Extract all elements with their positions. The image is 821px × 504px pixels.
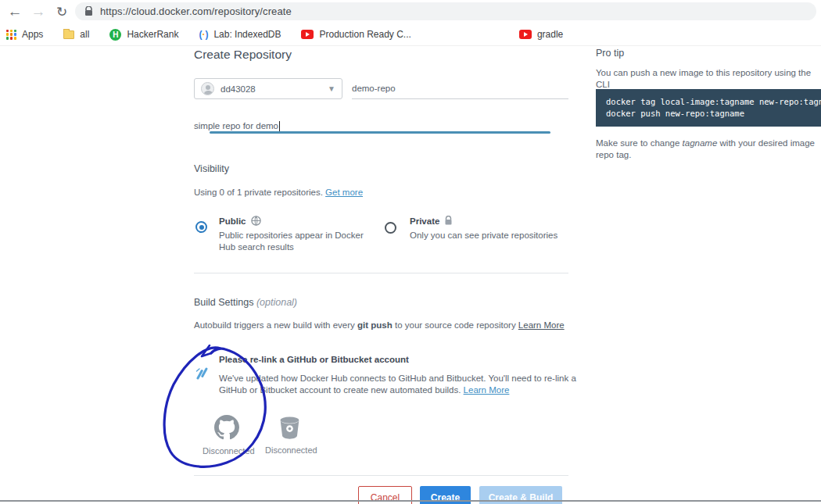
build-settings-label: Build Settings (194, 297, 253, 308)
private-description: Only you can see private repositories (410, 230, 582, 241)
bitbucket-status: Disconnected (265, 445, 314, 455)
bookmark-label: gradle (537, 29, 563, 40)
build-settings-heading: Build Settings (optional) (194, 297, 297, 308)
note-prefix: Make sure to change (596, 138, 683, 148)
note-tagname: tagname (683, 138, 718, 148)
github-icon (214, 415, 239, 440)
bitbucket-icon (279, 416, 300, 439)
description-value: simple repo for demo (194, 121, 278, 130)
cli-line-1: docker tag local-image:tagname new-repo:… (606, 97, 821, 106)
text-cursor (279, 121, 280, 131)
usage-text: Using 0 of 1 private repositories. (194, 188, 325, 197)
public-radio[interactable] (195, 221, 207, 233)
padlock-icon (84, 6, 93, 16)
page-title: Create Repository (194, 48, 292, 62)
autobuild-text: Autobuild triggers a new build with ever… (194, 320, 568, 331)
bookmark-apps[interactable]: Apps (6, 29, 43, 40)
github-provider[interactable]: Disconnected (203, 415, 251, 456)
bookmark-gradle[interactable]: gradle (519, 29, 563, 40)
forward-icon[interactable]: → (28, 2, 48, 22)
pro-tip-note: Make sure to change tagname with your de… (596, 138, 821, 161)
hackerrank-icon: H (109, 29, 121, 41)
bookmark-label: HackerRank (127, 29, 178, 40)
cli-line-2: docker push new-repo:tagname (606, 109, 744, 118)
section-divider (194, 475, 568, 476)
avatar (201, 82, 214, 95)
window-edge-line (0, 500, 821, 502)
namespace-dropdown[interactable]: dd43028 ▼ (194, 78, 342, 99)
bookmark-hackerrank[interactable]: H HackerRank (109, 29, 178, 41)
pro-tip-intro: You can push a new image to this reposit… (596, 67, 821, 91)
autobuild-prefix: Autobuild triggers a new build with ever… (194, 320, 357, 330)
browser-window: ← → ↻ https://cloud.docker.com/repositor… (0, 0, 821, 504)
git-push-text: git push (357, 320, 393, 330)
bookmarks-bar: Apps all H HackerRank (·) Lab: IndexedDB… (0, 23, 821, 46)
warning-body-text: We've updated how Docker Hub connects to… (219, 374, 576, 395)
url-text: https://cloud.docker.com/repository/crea… (100, 5, 292, 17)
browser-toolbar: ← → ↻ https://cloud.docker.com/repositor… (0, 0, 821, 23)
bitbucket-provider[interactable]: Disconnected (265, 416, 314, 455)
bookmark-label: Lab: IndexedDB (213, 29, 281, 40)
private-radio[interactable] (385, 222, 396, 234)
build-learn-more-link[interactable]: Learn More (518, 320, 565, 330)
private-label: Private (410, 216, 439, 226)
refresh-icon[interactable]: ↻ (52, 2, 72, 22)
chevron-down-icon: ▼ (328, 84, 335, 93)
autobuild-suffix: to your source code repository (393, 320, 518, 330)
apps-grid-icon (6, 30, 16, 40)
youtube-icon (519, 30, 532, 39)
lock-icon (444, 216, 453, 226)
back-icon[interactable]: ← (5, 2, 25, 22)
warning-title: Please re-link a GitHub or Bitbucket acc… (219, 355, 409, 364)
get-more-link[interactable]: Get more (325, 188, 363, 197)
bookmark-indexeddb[interactable]: (·) Lab: IndexedDB (199, 29, 281, 40)
optional-label: (optional) (256, 297, 297, 308)
section-divider (194, 273, 568, 273)
focus-underline (210, 131, 550, 134)
namespace-value: dd43028 (220, 84, 321, 94)
cli-code-block: docker tag local-image:tagname new-repo:… (596, 89, 821, 127)
visibility-heading: Visibility (194, 163, 229, 174)
private-usage-text: Using 0 of 1 private repositories. Get m… (194, 187, 363, 198)
bookmark-label: all (80, 29, 89, 40)
bookmark-all[interactable]: all (63, 29, 89, 40)
public-label: Public (219, 216, 246, 226)
broken-link-icon (195, 365, 209, 384)
bookmark-production-ready[interactable]: Production Ready C... (301, 29, 410, 40)
folder-icon (63, 30, 74, 39)
indexeddb-icon: (·) (199, 29, 208, 40)
warning-body: We've updated how Docker Hub connects to… (219, 373, 580, 396)
public-description: Public repositories appear in Docker Hub… (219, 230, 372, 253)
warning-learn-more-link[interactable]: Learn More (464, 385, 510, 395)
address-bar[interactable]: https://cloud.docker.com/repository/crea… (75, 2, 816, 20)
repo-name-value: demo-repo (352, 84, 396, 93)
github-status: Disconnected (203, 446, 251, 456)
globe-icon (251, 216, 261, 226)
youtube-icon (301, 30, 314, 39)
pro-tip-heading: Pro tip (596, 48, 624, 59)
repo-name-input[interactable]: demo-repo (352, 78, 568, 99)
bookmark-label: Production Ready C... (319, 29, 410, 40)
bookmark-label: Apps (22, 29, 43, 40)
